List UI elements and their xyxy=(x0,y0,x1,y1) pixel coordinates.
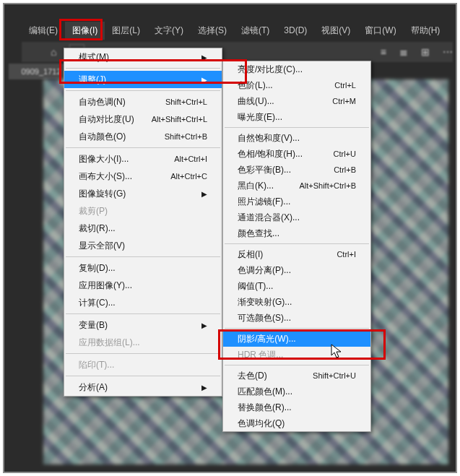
menubar-item-6[interactable]: 3D(D) xyxy=(277,22,314,38)
image-menu-item-8[interactable]: 图像大小(I)...Alt+Ctrl+I xyxy=(64,150,222,168)
submenu-arrow-icon: ▶ xyxy=(201,76,207,84)
adjust-menu-item-shortcut: Ctrl+U xyxy=(334,150,356,158)
image-menu-item-17[interactable]: 计算(C)... xyxy=(64,294,222,311)
image-menu-item-label: 计算(C)... xyxy=(79,297,207,309)
adjust-menu-item-label: 渐变映射(G)... xyxy=(238,296,356,308)
adjust-menu-item-shortcut: Ctrl+B xyxy=(334,165,356,174)
adjust-menu-item-24[interactable]: 替换颜色(R)... xyxy=(223,399,370,415)
image-menu-item-20: 应用数据组(L)... xyxy=(64,334,222,351)
menubar-item-9[interactable]: 帮助(H) xyxy=(404,22,448,40)
adjust-menu-item-22[interactable]: 去色(D)Shift+Ctrl+U xyxy=(223,368,370,384)
adjust-menu-item-23[interactable]: 匹配颜色(M)... xyxy=(223,384,370,399)
image-menu-separator xyxy=(66,353,220,354)
adjust-menu-separator xyxy=(225,127,369,128)
adjust-menu-item-label: 通道混合器(X)... xyxy=(238,212,356,224)
align-icon[interactable]: ≡ xyxy=(381,46,386,58)
image-menu-item-24[interactable]: 分析(A)▶ xyxy=(64,378,222,396)
adjust-menu-item-8[interactable]: 黑白(K)...Alt+Shift+Ctrl+B xyxy=(223,178,370,194)
adjust-menu-item-label: 自然饱和度(V)... xyxy=(238,132,356,144)
menubar-item-3[interactable]: 文字(Y) xyxy=(147,22,191,40)
image-menu-item-2[interactable]: 调整(J)▶ xyxy=(64,71,222,88)
image-menu-item-5[interactable]: 自动对比度(U)Alt+Shift+Ctrl+L xyxy=(64,111,222,128)
adjust-menu-item-7[interactable]: 色彩平衡(B)...Ctrl+B xyxy=(223,162,370,178)
adjust-menu-item-shortcut: Shift+Ctrl+U xyxy=(313,371,356,380)
menubar-item-4[interactable]: 选择(S) xyxy=(191,22,234,40)
image-menu-item-11: 裁剪(P) xyxy=(64,202,222,220)
adjust-menu-item-17[interactable]: 可选颜色(S)... xyxy=(223,310,370,326)
image-menu-item-6[interactable]: 自动颜色(O)Shift+Ctrl+B xyxy=(64,128,222,145)
adjust-menu-item-label: 去色(D) xyxy=(238,370,295,382)
adjust-menu-item-label: 阴影/高光(W)... xyxy=(238,333,356,345)
adjust-menu-item-10[interactable]: 通道混合器(X)... xyxy=(223,209,370,225)
image-menu-item-label: 陷印(T)... xyxy=(79,359,207,371)
image-menu-item-label: 自动颜色(O) xyxy=(79,131,147,143)
adjust-menu-item-label: HDR 色调... xyxy=(238,349,356,361)
adjust-menu-separator xyxy=(225,243,369,244)
image-menu-item-13[interactable]: 显示全部(V) xyxy=(64,237,222,254)
adjust-menu-item-20: HDR 色调... xyxy=(223,347,370,363)
adjust-menu-item-5[interactable]: 自然饱和度(V)... xyxy=(223,130,370,146)
image-menu-item-9[interactable]: 画布大小(S)...Alt+Ctrl+C xyxy=(64,168,222,185)
image-menu-item-shortcut: Shift+Ctrl+B xyxy=(165,132,207,141)
adjust-menu-item-1[interactable]: 色阶(L)...Ctrl+L xyxy=(223,77,370,93)
adjust-menu-item-11[interactable]: 颜色查找... xyxy=(223,225,370,241)
home-icon[interactable]: ⌂ xyxy=(51,46,56,58)
adjust-menu-item-15[interactable]: 阈值(T)... xyxy=(223,278,370,294)
image-menu-item-label: 应用图像(Y)... xyxy=(79,280,207,292)
image-menu-item-label: 裁切(R)... xyxy=(79,222,207,235)
align-icon-2[interactable]: ≣ xyxy=(399,46,408,58)
submenu-arrow-icon: ▶ xyxy=(201,384,207,391)
image-menu-item-10[interactable]: 图像旋转(G)▶ xyxy=(64,185,222,202)
overflow-icon[interactable]: ⋯ xyxy=(443,46,453,58)
image-menu-item-16[interactable]: 应用图像(Y)... xyxy=(64,277,222,294)
adjust-menu-item-label: 阈值(T)... xyxy=(238,280,356,293)
image-menu-item-12[interactable]: 裁切(R)... xyxy=(64,220,222,237)
adjust-menu-item-13[interactable]: 反相(I)Ctrl+I xyxy=(223,246,370,262)
image-menu-item-15[interactable]: 复制(D)... xyxy=(64,259,222,277)
adjust-menu-item-14[interactable]: 色调分离(P)... xyxy=(223,262,370,278)
adjust-menu-item-shortcut: Ctrl+L xyxy=(334,81,356,90)
image-menu-item-shortcut: Alt+Shift+Ctrl+L xyxy=(152,115,207,124)
image-menu-item-label: 应用数据组(L)... xyxy=(79,337,207,349)
menubar-item-0[interactable]: 编辑(E) xyxy=(22,22,65,40)
adjust-menu-item-shortcut: Ctrl+M xyxy=(332,97,356,105)
adjust-menu-item-label: 替换颜色(R)... xyxy=(238,402,356,414)
adjust-menu-item-0[interactable]: 亮度/对比度(C)... xyxy=(223,61,370,77)
adjust-menu-item-label: 色彩平衡(B)... xyxy=(238,164,316,176)
adjust-menu-item-9[interactable]: 照片滤镜(F)... xyxy=(223,194,370,209)
adjust-menu-item-label: 色阶(L)... xyxy=(238,79,317,92)
menubar-item-7[interactable]: 视图(V) xyxy=(314,22,357,40)
align-icon-3[interactable]: ⊞ xyxy=(421,46,430,58)
image-menu-item-label: 调整(J) xyxy=(79,74,187,86)
adjust-menu-item-19[interactable]: 阴影/高光(W)... xyxy=(223,331,370,347)
image-menu-separator xyxy=(66,376,220,376)
adjust-menu-item-3[interactable]: 曝光度(E)... xyxy=(223,109,370,125)
adjust-menu-separator xyxy=(225,328,369,329)
adjust-menu-item-label: 反相(I) xyxy=(238,248,319,261)
menubar-item-1[interactable]: 图像(I) xyxy=(65,22,105,40)
adjust-menu-item-label: 可选颜色(S)... xyxy=(238,312,356,324)
menubar: 编辑(E)图像(I)图层(L)文字(Y)选择(S)滤镜(T)3D(D)视图(V)… xyxy=(22,22,453,39)
image-menu-item-label: 显示全部(V) xyxy=(79,240,207,252)
image-menu-item-shortcut: Alt+Ctrl+C xyxy=(170,172,207,181)
image-menu-item-shortcut: Shift+Ctrl+L xyxy=(165,98,207,106)
adjust-menu-item-label: 照片滤镜(F)... xyxy=(238,196,356,208)
image-menu-separator xyxy=(66,313,220,314)
image-menu-item-label: 图像旋转(G) xyxy=(79,188,187,200)
image-menu-item-19[interactable]: 变量(B)▶ xyxy=(64,316,222,334)
image-menu-item-4[interactable]: 自动色调(N)Shift+Ctrl+L xyxy=(64,93,222,111)
adjust-menu-item-label: 亮度/对比度(C)... xyxy=(238,64,356,76)
image-menu-item-label: 变量(B) xyxy=(79,319,187,332)
menubar-item-5[interactable]: 滤镜(T) xyxy=(234,22,277,40)
adjust-menu-item-6[interactable]: 色相/饱和度(H)...Ctrl+U xyxy=(223,146,370,162)
image-menu-item-label: 模式(M) xyxy=(79,51,187,64)
adjust-menu-item-2[interactable]: 曲线(U)...Ctrl+M xyxy=(223,93,370,109)
adjust-menu-item-16[interactable]: 渐变映射(G)... xyxy=(223,294,370,310)
adjust-menu-item-label: 颜色查找... xyxy=(238,228,356,240)
adjust-menu-item-label: 曝光度(E)... xyxy=(238,111,356,124)
image-menu-item-0[interactable]: 模式(M)▶ xyxy=(64,48,222,66)
adjust-menu-item-25[interactable]: 色调均化(Q) xyxy=(223,415,370,431)
menubar-item-8[interactable]: 窗口(W) xyxy=(357,22,403,40)
menubar-item-2[interactable]: 图层(L) xyxy=(105,22,147,40)
image-menu-item-label: 图像大小(I)... xyxy=(79,153,157,165)
